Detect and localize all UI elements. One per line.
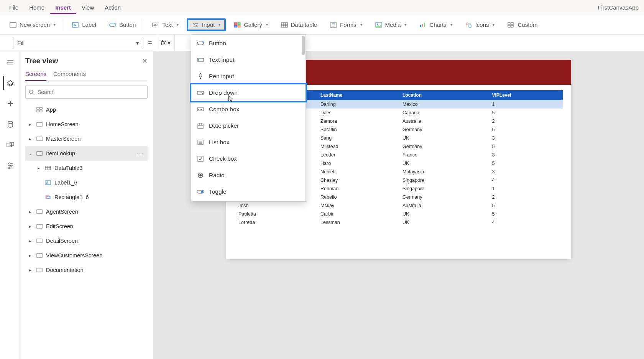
chevron-down-icon: ▾	[177, 23, 179, 27]
input-menu-item-radio[interactable]: Radio	[191, 167, 306, 183]
new-screen-button[interactable]: New screen ▾	[5, 19, 61, 31]
table-cell: Haro	[317, 159, 399, 168]
button-control-button[interactable]: Button	[104, 19, 141, 31]
tree-node-app[interactable]: App	[25, 102, 148, 117]
input-dropdown-button[interactable]: Input ▾	[187, 18, 226, 31]
expand-icon[interactable]: ▸	[36, 166, 41, 171]
button-icon	[109, 22, 116, 28]
input-sliders-icon	[192, 22, 199, 28]
tree-node-editscreen[interactable]: ▸ EditScreen	[25, 219, 148, 234]
input-menu-item-listbox[interactable]: List box	[191, 134, 306, 150]
tab-components[interactable]: Components	[53, 69, 86, 81]
menu-file[interactable]: File	[4, 2, 24, 13]
tree-node-detailscreen[interactable]: ▸ DetailScreen	[25, 234, 148, 248]
tree-search-box[interactable]	[25, 86, 148, 99]
table-cell: Zamora	[317, 117, 399, 125]
tree-node-viewcustomersscreen[interactable]: ▸ ViewCustomersScreen	[25, 248, 148, 263]
tab-screens[interactable]: Screens	[25, 69, 46, 81]
gallery-dropdown-button[interactable]: Gallery ▾	[229, 19, 273, 31]
insert-ribbon: New screen ▾ Label Button Abc Text ▾ Inp…	[0, 15, 644, 35]
svg-rect-53	[37, 122, 42, 126]
input-menu-item-button[interactable]: Button	[191, 35, 306, 51]
svg-point-69	[202, 41, 204, 43]
rail-advanced-button[interactable]	[3, 159, 17, 173]
table-row[interactable]: PaulettaCarbinUK5	[235, 210, 563, 218]
col-header-lastname[interactable]: LastName	[317, 90, 399, 100]
input-menu-item-textinput[interactable]: Text input	[191, 51, 306, 68]
expand-icon[interactable]: ▸	[28, 137, 33, 142]
expand-icon[interactable]: ▸	[28, 224, 33, 229]
media-dropdown-button[interactable]: Media ▾	[370, 19, 412, 31]
table-row[interactable]: JoshMckayAustralia5	[235, 201, 563, 210]
table-row[interactable]: LorrettaLessmanUK4	[235, 218, 563, 227]
svg-point-47	[30, 90, 33, 93]
expand-icon[interactable]: ▸	[28, 209, 33, 214]
data-table-button[interactable]: Data table	[276, 19, 322, 31]
rail-insert-button[interactable]	[3, 97, 17, 110]
menu-home[interactable]: Home	[24, 2, 50, 13]
dropdown-icon	[197, 91, 204, 95]
custom-dropdown-button[interactable]: Custom	[503, 19, 542, 31]
tree-node-rectangle1-6[interactable]: Rectangle1_6	[25, 190, 148, 204]
tree-node-agentscreen[interactable]: ▸ AgentScreen	[25, 204, 148, 219]
tree-node-datatable3[interactable]: ▸ DataTable3	[25, 161, 148, 175]
svg-rect-65	[37, 239, 42, 243]
forms-dropdown-button[interactable]: Forms ▾	[325, 19, 367, 31]
menu-insert[interactable]: Insert	[50, 2, 76, 14]
svg-rect-63	[37, 210, 42, 214]
expand-icon[interactable]: ▸	[28, 253, 33, 258]
input-menu-item-combo[interactable]: Combo box	[191, 101, 306, 117]
icons-dropdown-label: Icons	[475, 21, 489, 28]
label-button[interactable]: Label	[67, 19, 101, 31]
svg-point-42	[9, 163, 10, 164]
input-menu-item-date[interactable]: Date picker	[191, 117, 306, 134]
table-cell: Neblett	[317, 168, 399, 176]
expand-icon[interactable]: ▸	[28, 268, 33, 273]
svg-rect-68	[197, 42, 204, 45]
scrollbar-thumb[interactable]	[302, 36, 305, 55]
svg-point-27	[466, 23, 468, 25]
left-rail	[0, 51, 20, 359]
tree-node-masterscreen[interactable]: ▸ MasterScreen	[25, 132, 148, 146]
menu-view[interactable]: View	[76, 2, 99, 13]
input-menu-item-dropdown[interactable]: Drop down	[191, 84, 306, 101]
text-dropdown-button[interactable]: Abc Text ▾	[147, 19, 184, 31]
menu-item-label: Radio	[209, 172, 225, 179]
table-cell: Rebello	[317, 193, 399, 201]
label-icon	[72, 22, 79, 28]
fx-button[interactable]: fx ▾	[157, 35, 175, 51]
rail-hamburger-button[interactable]	[3, 55, 17, 69]
icons-dropdown-button[interactable]: Icons ▾	[460, 19, 500, 31]
tree-node-itemlookup[interactable]: ⌄ ItemLookup ···	[25, 146, 148, 161]
more-options-button[interactable]: ···	[137, 150, 146, 156]
input-menu-item-toggle[interactable]: Toggle	[191, 183, 306, 200]
input-dropdown-label: Input	[202, 21, 215, 28]
table-cell: Mexico	[399, 100, 488, 109]
svg-rect-30	[511, 23, 513, 25]
tree-node-label1-6[interactable]: Label1_6	[25, 175, 148, 190]
new-screen-label: New screen	[20, 21, 50, 28]
col-header-viplevel[interactable]: VIPLevel	[488, 90, 563, 100]
input-menu-item-check[interactable]: Check box	[191, 150, 306, 167]
menu-action[interactable]: Action	[99, 2, 126, 13]
property-selector[interactable]: Fill ▾	[13, 37, 143, 49]
collapse-icon[interactable]: ⌄	[28, 151, 33, 156]
charts-dropdown-button[interactable]: Charts ▾	[414, 19, 457, 31]
fx-label: fx	[161, 39, 166, 47]
expand-icon[interactable]: ▸	[28, 239, 33, 244]
svg-rect-66	[37, 254, 42, 257]
tree-search-input[interactable]	[38, 89, 144, 95]
tree-node-documentation[interactable]: ▸ Documentation	[25, 263, 148, 277]
rail-data-button[interactable]	[3, 117, 17, 131]
screen-icon	[36, 252, 43, 259]
menu-item-label: Button	[209, 40, 226, 47]
col-header-location[interactable]: Location	[399, 90, 488, 100]
rail-tree-view-button[interactable]	[3, 76, 17, 90]
rail-media-button[interactable]	[3, 138, 17, 152]
tree-node-homescreen[interactable]: ▸ HomeScreen	[25, 117, 148, 132]
input-menu-item-pen[interactable]: Pen input	[191, 68, 306, 84]
close-panel-button[interactable]: ✕	[142, 57, 148, 65]
forms-icon	[330, 22, 337, 28]
expand-icon[interactable]: ▸	[28, 122, 33, 127]
svg-rect-12	[238, 25, 240, 27]
